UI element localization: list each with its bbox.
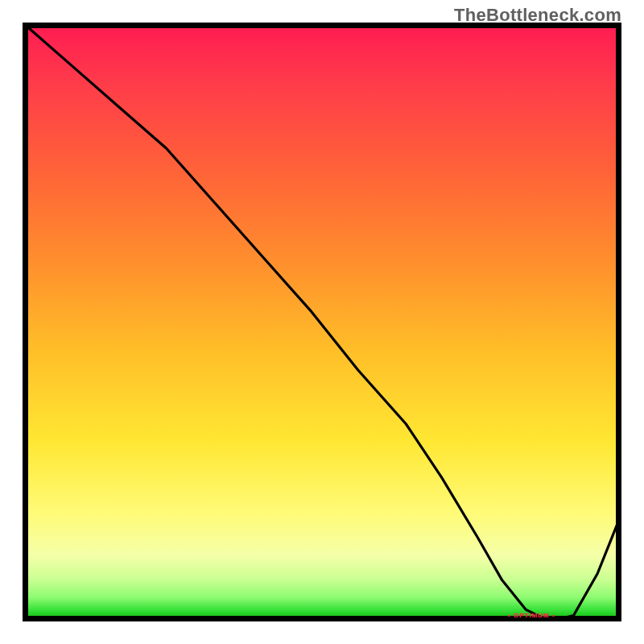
bottleneck-curve	[23, 23, 621, 621]
bottleneck-curve-svg	[23, 23, 621, 621]
chart-container: TheBottleneck.com • OPTIMUM •	[0, 0, 644, 644]
optimum-marker: • OPTIMUM •	[508, 612, 555, 619]
watermark-text: TheBottleneck.com	[454, 5, 621, 26]
plot-area: • OPTIMUM •	[23, 23, 621, 621]
